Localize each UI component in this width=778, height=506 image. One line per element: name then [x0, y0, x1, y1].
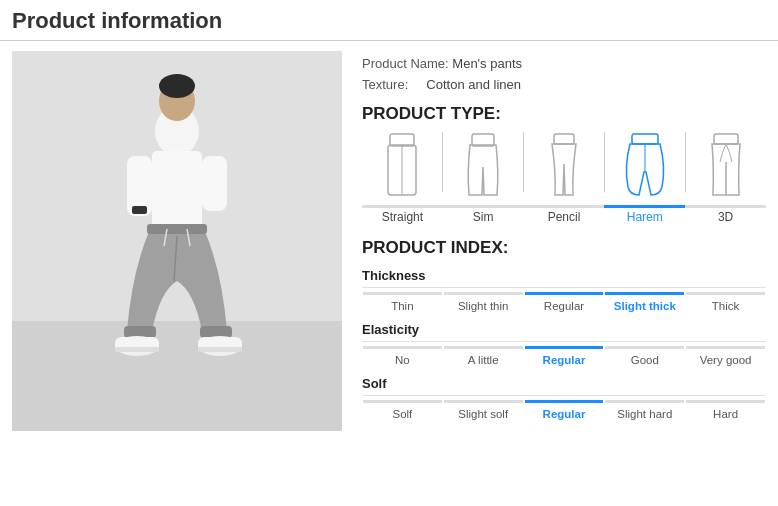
solf-seg-2: [444, 400, 523, 403]
thickness-divider: [362, 287, 766, 288]
thickness-seg-4: [605, 292, 684, 295]
thickness-seg-5: [686, 292, 765, 295]
type-labels: Straight Sim Pencil Harem 3D: [362, 210, 766, 224]
elasticity-no: No: [362, 352, 443, 368]
svg-rect-8: [132, 206, 147, 214]
type-label-harem[interactable]: Harem: [604, 210, 685, 224]
svg-rect-10: [147, 224, 207, 234]
elasticity-seg-3: [525, 346, 604, 349]
svg-rect-26: [632, 134, 658, 144]
product-info-panel: Product Name: Men's pants Texture: Cotto…: [362, 51, 766, 431]
solf-seg-4: [605, 400, 684, 403]
thickness-seg-3: [525, 292, 604, 295]
elasticity-scale: No A little Regular Good Very good: [362, 352, 766, 368]
svg-rect-20: [198, 347, 242, 352]
elasticity-very-good: Very good: [685, 352, 766, 368]
thickness-seg-1: [363, 292, 442, 295]
thickness-bar: [362, 292, 766, 295]
page-title-bar: Product information: [0, 0, 778, 41]
solf-seg-3: [525, 400, 604, 403]
thickness-scale: Thin Slight thin Regular Slight thick Th…: [362, 298, 766, 314]
main-layout: Product Name: Men's pants Texture: Cotto…: [0, 51, 778, 431]
thickness-title: Thickness: [362, 268, 766, 283]
thickness-slight-thin: Slight thin: [443, 298, 524, 314]
solf-slight-hard: Slight hard: [604, 406, 685, 422]
elasticity-regular: Regular: [524, 352, 605, 368]
solf-regular: Regular: [524, 406, 605, 422]
index-section: Thickness Thin Slight thin Regular Sligh…: [362, 268, 766, 422]
product-image: [12, 51, 342, 431]
elasticity-seg-1: [363, 346, 442, 349]
underline-harem: [604, 205, 685, 208]
thickness-regular: Regular: [524, 298, 605, 314]
solf-slight-solf: Slight solf: [443, 406, 524, 422]
elasticity-seg-5: [686, 346, 765, 349]
type-underlines: [362, 205, 766, 208]
solf-solf: Solf: [362, 406, 443, 422]
solf-title: Solf: [362, 376, 766, 391]
product-name-value: Men's pants: [452, 56, 522, 71]
svg-rect-7: [202, 156, 227, 211]
svg-rect-1: [12, 321, 342, 431]
svg-rect-24: [472, 134, 494, 146]
thickness-thin: Thin: [362, 298, 443, 314]
product-type-title: PRODUCT TYPE:: [362, 104, 766, 124]
thickness-thick: Thick: [685, 298, 766, 314]
elasticity-bar: [362, 346, 766, 349]
type-item-pencil[interactable]: [524, 132, 604, 202]
solf-bar: [362, 400, 766, 403]
solf-seg-5: [686, 400, 765, 403]
svg-point-4: [159, 74, 195, 98]
index-category-thickness: Thickness Thin Slight thin Regular Sligh…: [362, 268, 766, 314]
type-label-straight[interactable]: Straight: [362, 210, 443, 224]
thickness-seg-2: [444, 292, 523, 295]
underline-pencil: [524, 205, 605, 208]
product-texture-row: Texture: Cotton and linen: [362, 77, 766, 92]
svg-rect-28: [714, 134, 738, 144]
svg-rect-21: [390, 134, 414, 146]
svg-rect-19: [115, 347, 159, 352]
product-name-row: Product Name: Men's pants: [362, 56, 766, 71]
svg-rect-25: [554, 134, 574, 144]
product-types-icons: [362, 132, 766, 202]
solf-seg-1: [363, 400, 442, 403]
underline-slim: [443, 205, 524, 208]
type-item-3d[interactable]: [686, 132, 766, 202]
type-item-straight[interactable]: [362, 132, 442, 202]
elasticity-divider: [362, 341, 766, 342]
type-label-sim[interactable]: Sim: [443, 210, 524, 224]
product-name-label: Product Name:: [362, 56, 449, 71]
type-item-harem[interactable]: [605, 132, 685, 202]
index-category-elasticity: Elasticity No A little Regular Good Very…: [362, 322, 766, 368]
solf-scale: Solf Slight solf Regular Slight hard Har…: [362, 406, 766, 422]
type-label-3d[interactable]: 3D: [685, 210, 766, 224]
product-texture-label: Texture:: [362, 77, 408, 92]
elasticity-seg-2: [444, 346, 523, 349]
elasticity-good: Good: [604, 352, 685, 368]
elasticity-title: Elasticity: [362, 322, 766, 337]
page-title: Product information: [0, 0, 778, 41]
solf-divider: [362, 395, 766, 396]
type-label-pencil[interactable]: Pencil: [524, 210, 605, 224]
underline-straight: [362, 205, 443, 208]
product-image-container: [12, 51, 342, 431]
index-category-solf: Solf Solf Slight solf Regular Slight har…: [362, 376, 766, 422]
svg-rect-5: [152, 151, 202, 231]
type-item-slim[interactable]: [443, 132, 523, 202]
underline-3d: [685, 205, 766, 208]
solf-hard: Hard: [685, 406, 766, 422]
elasticity-a-little: A little: [443, 352, 524, 368]
thickness-slight-thick: Slight thick: [604, 298, 685, 314]
product-texture-value: Cotton and linen: [426, 77, 521, 92]
product-index-title: PRODUCT INDEX:: [362, 238, 766, 258]
elasticity-seg-4: [605, 346, 684, 349]
